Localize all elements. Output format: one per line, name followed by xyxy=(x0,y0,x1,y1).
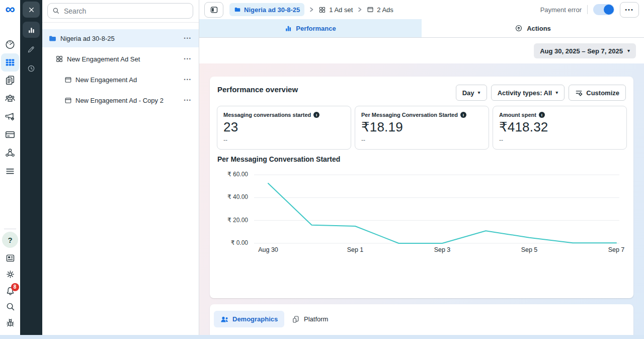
breadcrumb-label: 1 Ad set xyxy=(329,6,353,14)
sidebar-item-advertise[interactable] xyxy=(1,107,19,125)
tab-platform[interactable]: Platform xyxy=(285,311,335,327)
view-tabs: Performance Actions xyxy=(199,19,644,38)
clock-icon xyxy=(27,64,36,73)
main-area: Nigeria ad 30-8-25 1 Ad set 2 Ads Paymen… xyxy=(199,0,644,335)
sidebar-item-audiences[interactable] xyxy=(1,89,19,107)
actions-arrow-icon xyxy=(515,24,523,32)
breadcrumb-label: Nigeria ad 30-8-25 xyxy=(244,6,300,14)
tab-actions[interactable]: Actions xyxy=(422,19,644,37)
metric-card: Messaging conversations startedi 23 -- xyxy=(217,106,351,150)
metric-label: Messaging conversations started xyxy=(223,112,311,118)
sidebar-item-business-settings[interactable] xyxy=(1,144,19,162)
ad-set-icon xyxy=(318,6,326,14)
sidebar-item-campaigns[interactable] xyxy=(1,53,19,72)
edit-tool-button[interactable] xyxy=(23,41,40,57)
line-chart: ₹ 0.00₹ 20.00₹ 40.00₹ 60.00Aug 30Sep 1Se… xyxy=(217,169,625,257)
date-row: Aug 30, 2025 – Sep 7, 2025 ▾ xyxy=(199,38,644,63)
performance-chart-icon xyxy=(285,25,292,32)
metric-label: Per Messaging Conversation Started xyxy=(361,112,458,118)
sidebar-divider xyxy=(4,229,16,229)
info-icon[interactable]: i xyxy=(539,112,545,118)
activity-types-dropdown[interactable]: Activity types: All ▾ xyxy=(491,85,565,101)
divider xyxy=(587,5,588,14)
close-panel-button[interactable] xyxy=(23,2,40,18)
tree-item-ad[interactable]: New Engagement Ad - Copy 2 ••• xyxy=(42,91,199,109)
metric-value: ₹18.19 xyxy=(361,119,482,135)
caret-down-icon: ▾ xyxy=(627,48,630,53)
interval-dropdown[interactable]: Day ▾ xyxy=(456,85,487,101)
sidebar-item-search[interactable] xyxy=(1,297,19,315)
campaigns-table-icon xyxy=(5,57,16,68)
sidebar-item-settings[interactable] xyxy=(1,265,19,283)
tree-item-label: Nigeria ad 30-8-25 xyxy=(60,35,115,42)
search-icon xyxy=(5,301,16,312)
chart-y-tick-label: ₹ 0.00 xyxy=(217,239,248,246)
main-header: Nigeria ad 30-8-25 1 Ad set 2 Ads Paymen… xyxy=(199,0,644,19)
bar-chart-icon xyxy=(27,26,36,34)
breadcrumb-ads[interactable]: 2 Ads xyxy=(367,6,393,14)
tool-rail xyxy=(20,0,42,335)
card-title: Performance overview xyxy=(217,85,298,94)
more-icon[interactable]: ••• xyxy=(184,57,192,61)
chart-plot xyxy=(254,169,619,244)
chart-x-tick-label: Sep 1 xyxy=(333,246,378,253)
chevron-right-icon xyxy=(309,7,314,12)
date-range-button[interactable]: Aug 30, 2025 – Sep 7, 2025 ▾ xyxy=(534,43,636,58)
activity-label: Activity types: All xyxy=(498,89,552,97)
tab-performance[interactable]: Performance xyxy=(199,19,422,37)
metric-card: Per Messaging Conversation Startedi ₹18.… xyxy=(355,106,489,150)
chart-y-tick-label: ₹ 60.00 xyxy=(217,171,248,178)
customize-label: Customize xyxy=(586,89,619,97)
chart-x-tick-label: Sep 7 xyxy=(594,246,639,253)
hamburger-menu-icon xyxy=(5,166,16,177)
analyze-tool-button[interactable] xyxy=(23,22,40,38)
chart-x-tick-label: Sep 5 xyxy=(507,246,552,253)
metric-secondary: -- xyxy=(361,137,482,144)
info-icon[interactable]: i xyxy=(313,112,319,118)
credit-card-icon xyxy=(5,129,16,140)
sidebar-item-all-tools[interactable] xyxy=(1,162,19,180)
customize-sliders-icon xyxy=(575,89,583,97)
gear-icon xyxy=(5,269,16,280)
history-tool-button[interactable] xyxy=(23,60,40,77)
demographics-people-icon xyxy=(220,315,228,323)
breadcrumb-campaign[interactable]: Nigeria ad 30-8-25 xyxy=(229,3,304,16)
bottom-edge-strip xyxy=(0,335,644,339)
interval-label: Day xyxy=(462,89,474,97)
sidebar-item-ads-reporting[interactable] xyxy=(1,71,19,89)
search-input[interactable] xyxy=(47,3,193,19)
metric-secondary: -- xyxy=(499,137,620,144)
more-icon[interactable]: ••• xyxy=(184,78,192,82)
help-button[interactable]: ? xyxy=(2,232,18,248)
breadcrumb-adset[interactable]: 1 Ad set xyxy=(318,6,353,14)
help-icon: ? xyxy=(8,236,12,244)
close-icon xyxy=(28,6,35,14)
news-icon xyxy=(5,253,16,263)
megaphone-icon xyxy=(5,111,16,122)
collapse-panel-button[interactable] xyxy=(204,2,223,18)
more-icon[interactable]: ••• xyxy=(184,98,192,103)
tree-item-label: New Engagement Ad - Copy 2 xyxy=(75,97,164,104)
panel-toggle-icon xyxy=(210,6,218,14)
sidebar-item-account-overview[interactable] xyxy=(1,35,19,53)
tree-item-ad[interactable]: New Engagement Ad ••• xyxy=(42,71,199,89)
more-icon[interactable]: ••• xyxy=(184,36,192,41)
ad-icon xyxy=(367,6,374,13)
payment-error-label: Payment error xyxy=(540,6,582,14)
sidebar-item-billing[interactable] xyxy=(1,125,19,144)
tree-item-campaign[interactable]: Nigeria ad 30-8-25 ••• xyxy=(42,29,199,47)
payment-toggle[interactable] xyxy=(593,4,614,15)
sidebar-item-whats-new[interactable] xyxy=(1,249,19,267)
campaign-tree-panel: Nigeria ad 30-8-25 ••• New Engagement Ad… xyxy=(42,0,199,335)
platform-devices-icon xyxy=(292,315,300,323)
chevron-right-icon xyxy=(357,7,362,12)
info-icon[interactable]: i xyxy=(460,112,466,118)
header-more-button[interactable]: ••• xyxy=(620,2,639,18)
customize-button[interactable]: Customize xyxy=(569,85,626,101)
pencil-icon xyxy=(27,45,36,54)
tab-demographics[interactable]: Demographics xyxy=(214,311,284,327)
tab-label: Actions xyxy=(527,25,551,32)
sidebar-item-report-bug[interactable] xyxy=(1,313,19,331)
pages-icon xyxy=(5,75,16,86)
tree-item-adset[interactable]: New Engagement Ad Set ••• xyxy=(42,50,199,68)
